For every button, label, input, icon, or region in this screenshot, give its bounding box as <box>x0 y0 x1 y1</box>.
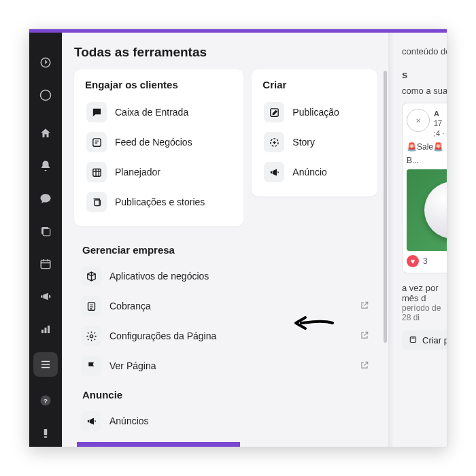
reaction-count: 3 <box>423 256 428 266</box>
compose-icon <box>264 102 284 122</box>
post-image[interactable]: Ja <box>407 169 447 251</box>
posts-stories-label: Publicações e stories <box>115 197 231 207</box>
calendar-icon[interactable] <box>36 254 55 273</box>
clock-outline-icon[interactable] <box>36 53 55 72</box>
stack-icon <box>86 192 107 212</box>
bg-text-fragment: conteúdo de ne <box>402 46 447 56</box>
ads-item[interactable]: Anúncios <box>77 406 375 436</box>
post-time-fragment-2: ;4 · 🌐 <box>434 129 447 138</box>
chat-bubble-icon <box>86 102 107 122</box>
profile-circle-icon[interactable] <box>36 86 55 105</box>
external-link-icon <box>360 360 371 371</box>
create-card: Criar Publicação Story Anúncio <box>252 69 377 197</box>
home-icon[interactable] <box>36 124 55 143</box>
megaphone-icon <box>81 411 101 431</box>
post-reaction-bar[interactable]: ♥ 3 <box>407 255 447 267</box>
cube-icon <box>81 266 101 286</box>
panel-right-shadow <box>388 33 394 447</box>
svg-rect-11 <box>44 437 48 438</box>
all-tools-panel: Todas as ferramentas Engajar os clientes… <box>62 33 388 447</box>
business-feed-item[interactable]: Feed de Negócios <box>82 127 235 157</box>
news-feed-icon <box>86 132 107 152</box>
svg-point-19 <box>90 335 92 337</box>
left-nav-rail: ? <box>29 33 62 447</box>
create-post-label: Criar public <box>422 335 447 345</box>
view-page-item[interactable]: Ver Página <box>77 351 375 381</box>
ads-label: Anúncios <box>109 415 371 426</box>
posts-stories-item[interactable]: Publicações e stories <box>82 187 235 217</box>
planner-item[interactable]: Planejador <box>82 157 235 187</box>
alert-icon[interactable] <box>36 424 55 443</box>
create-ad-item[interactable]: Anúncio <box>260 157 369 187</box>
receipt-icon <box>81 296 101 316</box>
bg-bottom-sub: período de 28 di <box>402 303 447 322</box>
svg-rect-5 <box>41 330 44 333</box>
external-link-icon <box>360 301 371 311</box>
scrollbar-thumb[interactable] <box>384 71 387 343</box>
bg-heading-fragment: s <box>402 69 447 80</box>
svg-text:?: ? <box>44 397 48 405</box>
create-ad-label: Anúncio <box>292 167 365 177</box>
page-settings-item[interactable]: Configurações da Página <box>77 321 375 351</box>
billing-item[interactable]: Cobrança <box>77 291 375 321</box>
posts-icon[interactable] <box>36 222 55 241</box>
svg-point-1 <box>41 90 51 101</box>
inbox-item[interactable]: Caixa de Entrada <box>82 97 235 127</box>
heart-icon: ♥ <box>407 255 419 267</box>
avatar[interactable]: ✕ <box>407 109 430 132</box>
svg-rect-4 <box>41 260 50 269</box>
billing-label: Cobrança <box>109 301 352 311</box>
bell-icon[interactable] <box>36 156 55 175</box>
business-apps-item[interactable]: Aplicativos de negócios <box>77 261 375 291</box>
create-post-item-label: Publicação <box>292 107 365 118</box>
engage-title: Engajar os clientes <box>82 79 235 90</box>
ornament-graphic: Ja <box>424 182 447 239</box>
svg-rect-7 <box>48 326 50 333</box>
manage-title: Gerenciar empresa <box>82 244 375 256</box>
megaphone-icon <box>264 162 284 182</box>
svg-rect-3 <box>43 228 50 236</box>
manage-section: Gerenciar empresa Aplicativos de negócio… <box>74 244 377 381</box>
post-card[interactable]: ✕ A 17 ;4 · 🌐 🚨Sale🚨 B... Ja ♥ 3 <box>402 103 447 273</box>
calendar-grid-icon <box>86 162 107 182</box>
post-author-fragment: A <box>434 109 447 118</box>
planner-label: Planejador <box>115 167 231 177</box>
svg-rect-14 <box>92 169 100 176</box>
post-time-fragment: 17 <box>434 118 447 128</box>
inbox-label: Caixa de Entrada <box>115 107 231 118</box>
panel-title: Todas as ferramentas <box>74 45 377 60</box>
engage-card: Engajar os clientes Caixa de Entrada Fee… <box>74 69 243 226</box>
window-bottom-accent <box>77 442 240 447</box>
post-sale-line: 🚨Sale🚨 <box>407 142 447 152</box>
business-feed-label: Feed de Negócios <box>115 137 231 148</box>
create-story-item[interactable]: Story <box>260 127 369 157</box>
advertise-title: Anuncie <box>82 389 375 401</box>
view-page-label: Ver Página <box>109 360 352 371</box>
background-feed: conteúdo de ne s como a sua es ✕ A 17 ;4… <box>402 46 447 440</box>
story-plus-icon <box>264 132 284 152</box>
advertise-section: Anuncie Anúncios Formulários instantâneo… <box>74 389 377 447</box>
bg-text-fragment-2: como a sua es <box>402 86 447 96</box>
create-title: Criar <box>260 79 369 90</box>
insights-icon[interactable] <box>36 320 55 339</box>
create-story-label: Story <box>292 137 365 148</box>
svg-rect-6 <box>45 328 47 333</box>
gear-icon <box>81 326 101 346</box>
post-body-line: B... <box>407 156 447 165</box>
bg-bottom-line: a vez por mês d <box>402 283 447 303</box>
megaphone-nav-icon[interactable] <box>36 287 55 306</box>
help-icon[interactable]: ? <box>36 391 55 410</box>
create-post-button[interactable]: Criar public <box>402 330 447 350</box>
svg-rect-10 <box>44 429 48 435</box>
chat-icon[interactable] <box>36 189 55 208</box>
flag-icon <box>81 356 101 376</box>
external-link-icon <box>360 330 371 341</box>
business-apps-label: Aplicativos de negócios <box>109 271 371 282</box>
page-settings-label: Configurações da Página <box>109 330 352 341</box>
all-tools-icon[interactable] <box>33 352 58 377</box>
create-post-item[interactable]: Publicação <box>260 97 369 127</box>
